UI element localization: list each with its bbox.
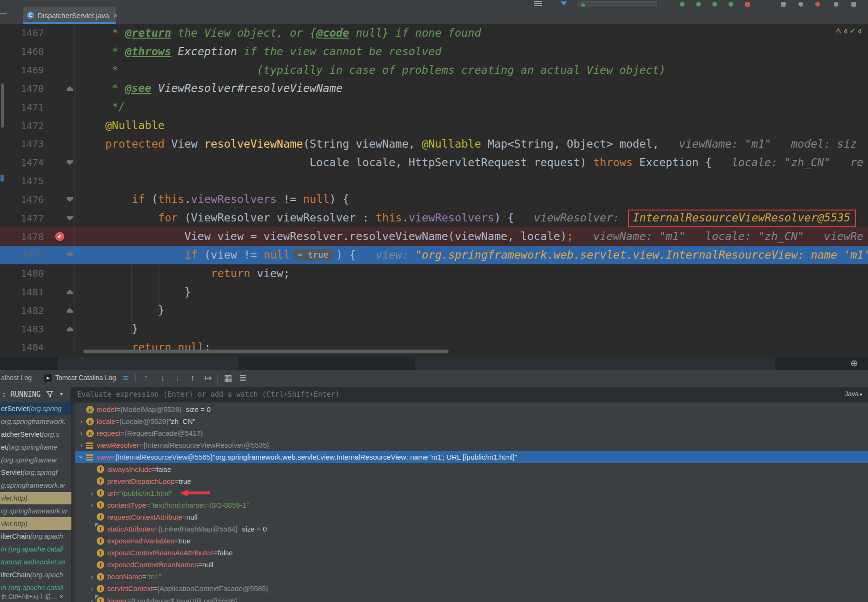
code-line-1476[interactable]: 1476 if (this.viewResolvers != null) {	[0, 190, 868, 209]
scroll-to-cursor-icon[interactable]: ↦	[204, 372, 212, 384]
expand-chevron-icon[interactable]: ›	[77, 441, 86, 449]
expand-chevron-icon[interactable]: ›	[87, 572, 97, 581]
gutter-icon-zone[interactable]	[50, 283, 74, 301]
stack-frame-row[interactable]: erServlet (org.spring	[0, 402, 71, 415]
coverage-icon[interactable]	[728, 2, 733, 7]
gutter-icon-zone[interactable]	[50, 301, 74, 320]
code-line-1480[interactable]: 1480 return view;	[0, 264, 868, 283]
gutter-icon-zone[interactable]	[50, 116, 74, 135]
gutter-icon-zone[interactable]	[50, 61, 74, 80]
code-line-1479[interactable]: 1479 if (view != null= true) { view: "or…	[0, 246, 868, 264]
code-text[interactable]: View view = viewResolver.resolveViewName…	[75, 227, 868, 246]
scroll-down-icon[interactable]: ↓	[160, 372, 165, 384]
fold-marker-icon[interactable]	[67, 290, 73, 294]
fold-marker-icon[interactable]	[67, 308, 73, 313]
code-line-1472[interactable]: 1472@Nullable	[0, 116, 868, 135]
gutter-caret-marker[interactable]	[0, 175, 4, 181]
expand-chevron-icon[interactable]: ›	[77, 429, 86, 437]
gutter-icon-zone[interactable]	[50, 264, 74, 283]
settings-icon[interactable]	[851, 2, 856, 7]
expand-chevron-icon[interactable]: ›	[87, 501, 97, 509]
frames-panel[interactable]: erServlet (org.springorg.springframework…	[0, 402, 71, 602]
variable-row-exposedContextBeanNames[interactable]: fexposedContextBeanNames = null	[75, 559, 868, 571]
code-text[interactable]: protected View resolveViewName(String vi…	[75, 135, 868, 153]
view-options-icon[interactable]	[534, 1, 542, 6]
code-line-1483[interactable]: 1483 }	[0, 320, 868, 338]
help-icon[interactable]	[834, 2, 838, 7]
code-text[interactable]: return null;	[75, 338, 868, 357]
run-config-dropdown[interactable]	[579, 1, 657, 7]
gutter[interactable]: 1478✔	[0, 227, 75, 246]
fold-marker-icon[interactable]	[67, 327, 73, 331]
gutter[interactable]: 1480	[0, 264, 75, 283]
fold-marker-icon[interactable]	[67, 86, 73, 91]
code-text[interactable]: Locale locale, HttpServletRequest reques…	[75, 153, 868, 172]
gutter-icon-zone[interactable]	[50, 172, 74, 191]
code-text[interactable]: * @see ViewResolver#resolveViewName	[75, 79, 868, 98]
gutter-icon-zone[interactable]	[50, 135, 74, 153]
fold-marker-icon[interactable]	[67, 216, 73, 221]
scroll-to-top-icon[interactable]: ↑	[144, 372, 149, 384]
gutter[interactable]: 1479	[0, 246, 75, 264]
variable-row-logger[interactable]: ›flogger = {LogAdapter$JavaUtilLog@5586}	[75, 595, 868, 602]
fold-marker-icon[interactable]	[67, 252, 73, 257]
stack-frame-row[interactable]: g.springframework.w	[0, 479, 71, 492]
inspections-widget[interactable]: ⚠ 4 ✔ 4	[835, 27, 862, 35]
scroll-to-end-icon[interactable]: ↓	[175, 372, 180, 384]
gutter-icon-zone[interactable]: ✔	[50, 227, 74, 246]
stack-frame-row[interactable]: rg.springframework.w	[0, 504, 71, 517]
stack-frame-row[interactable]: org.springframework.	[0, 415, 71, 428]
variable-row-exposeContextBeansAsAttributes[interactable]: fexposeContextBeansAsAttributes = false	[75, 547, 868, 559]
code-editor[interactable]: 1467 * @return the View object, or {@cod…	[0, 24, 868, 357]
gutter-icon-zone[interactable]	[50, 190, 74, 209]
gutter[interactable]: 1468	[0, 42, 75, 61]
code-line-1475[interactable]: 1475	[0, 172, 868, 191]
gutter[interactable]: 1484	[0, 338, 75, 357]
code-line-1477[interactable]: 1477 for (ViewResolver viewResolver : th…	[0, 209, 868, 227]
resume-icon[interactable]	[712, 2, 717, 7]
stack-frame-row[interactable]: vlet.http)	[0, 517, 71, 530]
soft-wrap-icon[interactable]: ≡	[123, 372, 128, 384]
gutter-icon-zone[interactable]	[50, 320, 74, 338]
gutter-icon-zone[interactable]	[50, 338, 74, 357]
layout-settings-icon[interactable]: ≣	[239, 372, 247, 384]
code-text[interactable]: return view;	[75, 264, 868, 283]
code-text[interactable]: for (ViewResolver viewResolver : this.vi…	[75, 209, 868, 227]
stack-frame-row[interactable]: in (org.apache.catali	[0, 543, 71, 556]
code-line-1484[interactable]: 1484 return null;	[0, 338, 868, 357]
code-line-1471[interactable]: 1471 */	[0, 98, 868, 116]
gutter[interactable]: 1481	[0, 283, 75, 301]
code-text[interactable]: if (view != null= true) { view: "org.spr…	[75, 246, 868, 264]
code-line-1468[interactable]: 1468 * @throws Exception if the view can…	[0, 42, 868, 61]
variable-row-request[interactable]: ›prequest = {RequestFacade@5417}	[75, 427, 868, 439]
code-text[interactable]: if (this.viewResolvers != null) {	[75, 190, 868, 209]
stack-frame-row[interactable]: (org.springframew	[0, 453, 71, 466]
scroll-up-icon[interactable]: ↑	[190, 372, 195, 384]
stack-frame-row[interactable]: tomcat.websocket.se	[0, 556, 71, 569]
gutter-icon-zone[interactable]	[50, 209, 74, 227]
table-view-icon[interactable]: ▦	[224, 372, 232, 384]
variable-row-preventDispatchLoop[interactable]: fpreventDispatchLoop = true	[75, 475, 868, 487]
variable-row-view[interactable]: ›view = {InternalResourceView@5565} "org…	[75, 451, 868, 463]
language-selector[interactable]: Java▾	[845, 390, 862, 398]
code-line-1473[interactable]: 1473protected View resolveViewName(Strin…	[0, 135, 868, 153]
gutter-scroll-marker[interactable]	[1, 83, 4, 128]
gutter-icon-zone[interactable]	[50, 98, 74, 116]
breakpoints-icon[interactable]	[815, 2, 820, 7]
gutter-icon-zone[interactable]	[50, 153, 74, 172]
variable-row-servletContext[interactable]: ›fservletContext = {ApplicationContextFa…	[75, 582, 868, 594]
gutter[interactable]: 1471	[0, 98, 75, 116]
variable-row-locale[interactable]: ›plocale = {Locale@5529} "zh_CN"	[75, 415, 868, 427]
variable-row-model[interactable]: pmodel = {ModelMap@5528}size = 0	[75, 403, 868, 415]
fold-marker-icon[interactable]	[67, 160, 73, 165]
expand-chevron-icon[interactable]: ›	[87, 489, 97, 497]
stack-frame-row[interactable]: vlet.http)	[0, 492, 71, 505]
target-icon[interactable]: ⊕	[850, 358, 858, 369]
chevron-down-icon[interactable]: ▾	[60, 391, 63, 397]
gutter[interactable]: 1475	[0, 172, 75, 191]
gutter[interactable]: 1482	[0, 301, 75, 320]
breakpoint-icon[interactable]: ✔	[55, 232, 64, 241]
variable-row-contentType[interactable]: ›fcontentType = "text/html;charset=ISO-8…	[75, 499, 868, 511]
debug-icon[interactable]	[680, 2, 685, 7]
variable-row-url[interactable]: ›furl = "/public/m1.html"	[75, 487, 868, 499]
